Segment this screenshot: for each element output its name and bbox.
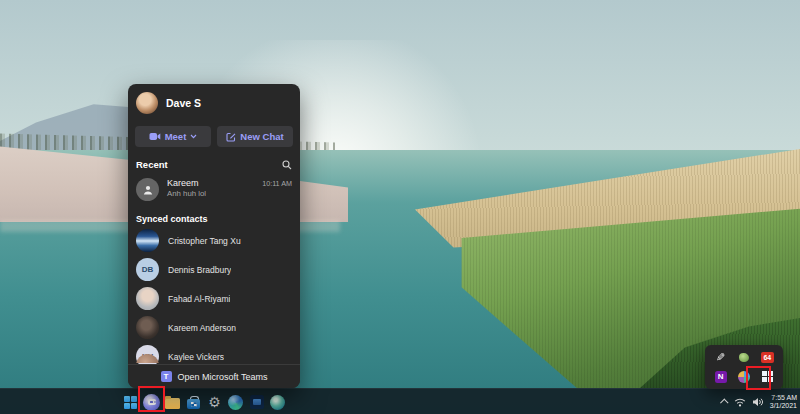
new-chat-button[interactable]: New Chat: [217, 126, 293, 147]
green-app-icon[interactable]: [739, 353, 749, 362]
teams-chat-flyout: Dave S Meet New Chat: [128, 84, 300, 388]
compose-icon: [226, 132, 236, 142]
video-camera-icon: [149, 132, 161, 141]
taskbar-clock[interactable]: 7:55 AM 3/1/2021: [770, 394, 797, 411]
browser-app-button[interactable]: [269, 390, 286, 414]
gear-icon: ⚙: [208, 395, 221, 409]
windows-start-icon: [124, 396, 137, 409]
person-placeholder-icon: [136, 178, 159, 201]
pen-icon[interactable]: ✎: [716, 352, 725, 363]
contact-name: Dennis Bradbury: [168, 265, 231, 275]
flyout-header: Dave S: [128, 84, 300, 118]
file-explorer-button[interactable]: [164, 390, 181, 414]
badge-app-icon[interactable]: 64: [761, 352, 774, 363]
onenote-icon[interactable]: N: [715, 371, 727, 383]
search-icon[interactable]: [282, 160, 292, 170]
open-teams-label: Open Microsoft Teams: [178, 372, 268, 382]
volume-icon[interactable]: [752, 397, 764, 407]
recent-section-title: Recent: [136, 159, 168, 170]
microsoft-store-button[interactable]: [185, 390, 202, 414]
teal-sphere-icon: [270, 395, 285, 410]
chevron-down-icon: [190, 134, 197, 139]
system-tray: 7:55 AM 3/1/2021: [722, 389, 797, 414]
meet-button[interactable]: Meet: [135, 126, 211, 147]
contact-row[interactable]: DB Dennis Bradbury: [128, 255, 300, 284]
contact-row[interactable]: Fahad Al-Riyami: [128, 284, 300, 313]
store-bag-icon: [187, 396, 200, 409]
contact-row[interactable]: Cristopher Tang Xu: [128, 226, 300, 255]
tray-overflow-popup: ✎ 64 N: [705, 345, 783, 389]
meet-button-label: Meet: [165, 131, 187, 142]
folder-icon: [165, 398, 180, 409]
contact-avatar: [136, 229, 159, 252]
partial-contact-avatar: [136, 354, 159, 363]
wifi-icon[interactable]: [734, 397, 746, 407]
contact-name: Kareem Anderson: [168, 323, 236, 333]
taskbar: ⚙ 7:55 AM: [0, 388, 800, 414]
start-button[interactable]: [122, 390, 139, 414]
clock-date: 3/1/2021: [770, 402, 797, 411]
settings-button[interactable]: ⚙: [206, 390, 223, 414]
edge-sphere-icon: [228, 395, 243, 410]
colorful-app-icon[interactable]: [738, 371, 750, 383]
contact-avatar-initials: DB: [136, 258, 159, 281]
desktop: Dave S Meet New Chat: [0, 0, 800, 414]
recent-chat-item[interactable]: Kareem Anh huh lol 10:11 AM: [136, 178, 292, 201]
chevron-up-icon[interactable]: [720, 398, 728, 406]
synced-contacts-title: Synced contacts: [136, 214, 292, 224]
recent-chat-name: Kareem: [167, 178, 254, 189]
contact-avatar: [136, 287, 159, 310]
contact-avatar: [136, 316, 159, 339]
user-avatar[interactable]: [136, 92, 158, 114]
user-name: Dave S: [166, 97, 201, 109]
media-app-button[interactable]: [248, 390, 265, 414]
open-teams-button[interactable]: T Open Microsoft Teams: [128, 364, 300, 388]
teams-chat-icon: [143, 394, 160, 411]
desktop-wallpaper: [0, 0, 800, 414]
teams-logo-icon: T: [161, 371, 172, 382]
microsoft-teams-tray-icon[interactable]: [762, 371, 773, 382]
clock-time: 7:55 AM: [770, 394, 797, 403]
contact-row[interactable]: Kareem Anderson: [128, 313, 300, 342]
taskbar-icons: ⚙: [122, 389, 286, 414]
edge-button[interactable]: [227, 390, 244, 414]
contact-name: Cristopher Tang Xu: [168, 236, 241, 246]
taskbar-chat-button[interactable]: [143, 390, 160, 414]
contact-name: Fahad Al-Riyami: [168, 294, 230, 304]
contact-name: Kaylee Vickers: [168, 352, 224, 362]
recent-chat-time: 10:11 AM: [262, 179, 292, 188]
media-app-icon: [250, 395, 264, 409]
recent-chat-message: Anh huh lol: [167, 189, 254, 199]
new-chat-button-label: New Chat: [240, 131, 283, 142]
